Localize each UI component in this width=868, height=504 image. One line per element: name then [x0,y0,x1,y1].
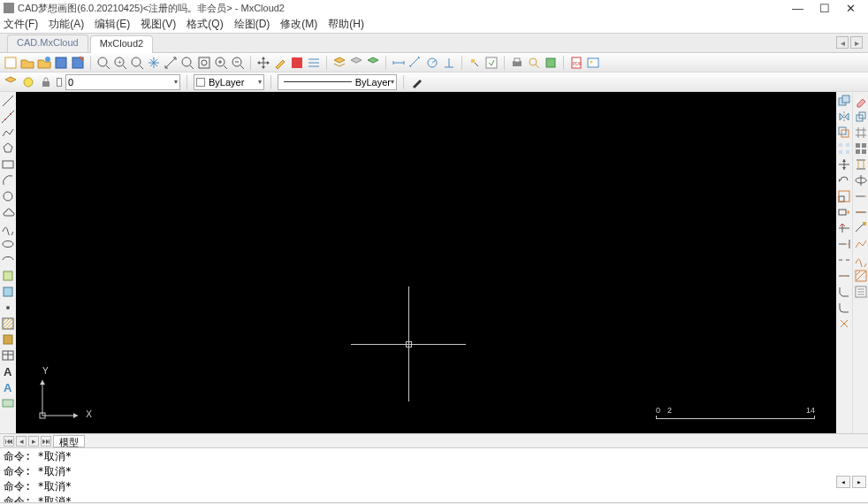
erase-icon[interactable] [854,94,868,108]
circle-icon[interactable] [1,189,15,203]
dim-icon[interactable] [392,56,406,70]
color-dropdown[interactable]: ByLayer ▾ [194,74,264,90]
menu-draw[interactable]: 绘图(D) [234,17,270,32]
zoom-ext-icon[interactable] [96,56,110,70]
move-icon[interactable] [256,56,270,70]
close-button[interactable]: ✕ [846,2,856,15]
layout-first-icon[interactable]: ⏮ [4,436,14,447]
move2-icon[interactable] [837,157,851,172]
attach-icon[interactable] [1,396,15,410]
break-icon[interactable] [837,253,851,267]
rotate-icon[interactable] [837,173,851,187]
dim3-icon[interactable] [425,56,439,70]
menu-view[interactable]: 视图(V) [141,17,176,32]
spline-icon[interactable] [1,221,15,235]
print-icon[interactable] [510,56,524,70]
find-icon[interactable] [527,56,541,70]
arc-icon[interactable] [1,173,15,187]
line-icon[interactable] [1,94,15,108]
stretch-icon[interactable] [837,205,851,219]
layout-last-icon[interactable]: ⏭ [41,436,51,447]
mtext-icon[interactable]: A [1,380,15,394]
cmd-scroll-right-icon[interactable]: ▸ [852,476,866,488]
array-icon[interactable] [837,141,851,156]
point-icon[interactable] [1,301,15,315]
zoom-in-icon[interactable] [214,56,228,70]
tab-next-icon[interactable]: ▸ [850,36,863,49]
brush2-icon[interactable] [410,75,424,89]
menu-file[interactable]: 文件(F) [4,17,38,32]
match-icon[interactable] [468,56,482,70]
xline-icon[interactable] [1,110,15,124]
layer-lock-icon[interactable] [39,75,53,89]
copy-icon[interactable] [837,94,851,108]
saveas-icon[interactable] [71,56,85,70]
scale-icon[interactable] [837,189,851,203]
doc-tab-2[interactable]: MxCloud2 [90,35,154,53]
cmd-scroll-left-icon[interactable]: ◂ [836,476,850,488]
insert-icon[interactable] [1,269,15,283]
linetype-dropdown[interactable]: ByLayer ▾ [278,74,397,90]
extend-icon[interactable] [837,237,851,251]
mirror-icon[interactable] [837,110,851,124]
menu-function[interactable]: 功能(A) [49,17,84,32]
dist-icon[interactable] [164,56,178,70]
divide-icon[interactable] [854,205,868,219]
minimize-button[interactable]: — [792,2,803,15]
open2-icon[interactable] [37,56,51,70]
zoom-out-icon[interactable] [231,56,245,70]
dim2-icon[interactable] [408,56,423,70]
pline-icon[interactable] [1,126,15,140]
layer-dropdown[interactable]: 0 ▾ [65,74,180,90]
rectangle-icon[interactable] [1,157,15,172]
drawing-canvas[interactable]: Y X 0 2 14 [16,92,836,433]
save-icon[interactable] [54,56,68,70]
text-icon[interactable]: A [1,364,15,378]
offset-icon[interactable] [837,126,851,140]
block-icon[interactable] [544,56,558,70]
lengthen-icon[interactable] [854,189,868,203]
img-icon[interactable] [586,56,600,70]
maximize-button[interactable]: ☐ [819,2,830,15]
zoom-win-icon[interactable]: + [113,56,127,70]
measure-icon[interactable] [854,221,868,235]
model-tab[interactable]: 模型 [53,435,85,447]
3drotate-icon[interactable] [854,173,868,187]
dim4-icon[interactable] [442,56,456,70]
ellipse-icon[interactable] [1,237,15,251]
layout-next-icon[interactable]: ▸ [28,436,39,447]
hatchedit-icon[interactable] [854,269,868,283]
layer-combo-icon[interactable] [4,75,18,89]
copy2-icon[interactable] [854,110,868,124]
makeblock-icon[interactable] [1,285,15,299]
doc-tab-1[interactable]: CAD.MxCloud [7,34,88,52]
revcloud-icon[interactable] [1,205,15,219]
menu-modify[interactable]: 修改(M) [280,17,317,32]
color-icon[interactable] [290,56,304,70]
splinedit-icon[interactable] [854,253,868,267]
layer-iso-icon[interactable] [366,56,380,70]
open-icon[interactable] [20,56,34,70]
zoom-prev-icon[interactable] [130,56,144,70]
zoom-real-icon[interactable] [180,56,194,70]
grid-icon[interactable] [854,126,868,140]
props-icon[interactable] [854,285,868,299]
layer-off-icon[interactable] [349,56,363,70]
brush-icon[interactable] [273,56,287,70]
new-icon[interactable] [4,56,18,70]
zoom-all-icon[interactable] [197,56,211,70]
runscript-icon[interactable] [484,56,499,70]
tab-prev-icon[interactable]: ◂ [836,36,849,49]
layer-icon[interactable] [332,56,346,70]
chamfer-icon[interactable] [837,285,851,299]
explode-icon[interactable] [837,317,851,331]
pan-icon[interactable] [147,56,161,70]
menu-format[interactable]: 格式(Q) [187,17,223,32]
menu-help[interactable]: 帮助(H) [328,17,364,32]
hatch-icon[interactable] [1,317,15,331]
table-icon[interactable] [1,348,15,363]
polygon-icon[interactable] [1,141,15,156]
ellipse-arc-icon[interactable] [1,253,15,267]
join-icon[interactable] [837,269,851,283]
group-grid-icon[interactable] [854,141,868,156]
